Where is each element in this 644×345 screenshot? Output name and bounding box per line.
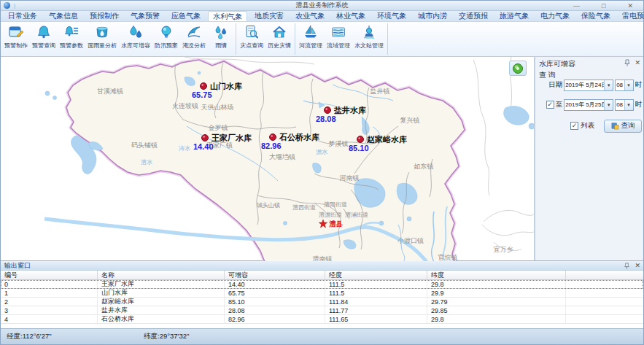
close-button[interactable]: ✕ — [627, 1, 633, 11]
toolbar-item-label: 灾点查询 — [240, 42, 263, 50]
dot-highlight — [359, 137, 360, 139]
map-locate-button[interactable] — [509, 61, 527, 76]
dot-highlight — [326, 108, 327, 109]
toolbar-item-label: 历史灾情 — [268, 42, 291, 50]
reservoir-name: 王家厂水库 — [211, 133, 252, 142]
list-checkbox[interactable]: ✓ — [570, 122, 578, 130]
table-cell: 石公桥水库 — [98, 315, 225, 323]
output-panel-title: 输出窗口 — [4, 261, 31, 271]
date-to-combo[interactable]: 2019年 5月25日 ▼ — [564, 99, 613, 111]
menu-tab-6-active[interactable]: 水利气象 — [208, 11, 247, 21]
output-grid: 编号名称可增容经度纬度 0王家厂水库14.40111.529.81山门水库65.… — [1, 271, 643, 328]
status-latitude: 纬度:29°37'32" — [144, 332, 189, 341]
menu-tab-2[interactable]: 气象信息 — [44, 11, 82, 21]
drops-button[interactable]: 水库可增容 — [119, 22, 152, 56]
column-header-3[interactable]: 可增容 — [225, 271, 325, 279]
table-row[interactable]: 3盐井水库28.08111.7729.85 — [1, 306, 643, 315]
menu-tab-8[interactable]: 农业气象 — [291, 11, 329, 21]
table-cell: 28.08 — [225, 306, 325, 314]
dot-highlight — [202, 84, 203, 85]
query-button-label: 查询 — [621, 121, 635, 131]
table-cell: 85.10 — [225, 298, 325, 306]
county-land — [66, 60, 465, 262]
minimize-button[interactable]: — — [573, 1, 580, 11]
toolbar-item-label: 河流管理 — [299, 42, 322, 50]
panel-close-icon[interactable]: ✕ — [635, 60, 640, 66]
toolbar-item-label: 水文站管理 — [354, 42, 384, 50]
toolbar-item-label: 预警查询 — [32, 42, 55, 50]
table-row[interactable]: 1山门水库65.75111.529.9 — [1, 289, 643, 298]
menu-tab-12[interactable]: 交通预报 — [454, 11, 492, 21]
table-cell: 王家厂水库 — [98, 280, 225, 288]
column-header-5[interactable]: 纬度 — [427, 271, 566, 279]
bell-list-icon — [63, 24, 79, 40]
pin-icon[interactable] — [624, 59, 631, 66]
toolbar-item-label: 淹没分析 — [182, 42, 206, 50]
map-area[interactable]: 澧水涔水澹水 甘溪滩镇火连坡镇天供山林场金罗镇盐井镇复兴镇码头铺镇王家厂镇大堰垱… — [1, 57, 535, 260]
table-row[interactable]: 0王家厂水库14.40111.529.8 — [1, 280, 643, 289]
column-header-2[interactable]: 名称 — [98, 271, 225, 279]
menu-tab-5[interactable]: 应急气象 — [167, 11, 205, 21]
rain-button[interactable]: 雨情 — [208, 22, 234, 56]
town-label: 火连坡镇 — [172, 102, 198, 109]
hour-to-value: 08 — [616, 100, 624, 110]
hour-to-combo[interactable]: 08 ▼ — [615, 99, 633, 111]
reservoir-value: 65.75 — [192, 90, 212, 99]
reservoir-dot-icon — [325, 107, 331, 114]
boat-icon — [303, 24, 319, 40]
table-cell: 29.8 — [427, 315, 566, 323]
date-from-combo[interactable]: 2019年 5月24日 ▼ — [564, 80, 613, 91]
bell-button[interactable]: 预警查询 — [30, 22, 58, 56]
app-window: | 澧县业务制作系统 — □ ✕ 日常业务气象信息预报制作气象预警应急气象水利气… — [0, 0, 644, 345]
waves-icon — [330, 24, 346, 40]
buoy-icon — [361, 24, 377, 40]
column-header-1[interactable]: 编号 — [1, 271, 98, 279]
reservoir-dot-icon — [357, 136, 364, 143]
menu-tab-11[interactable]: 城市内涝 — [414, 11, 451, 21]
menu-tab-15[interactable]: 保险气象 — [577, 11, 615, 21]
menu-tab-10[interactable]: 环境气象 — [373, 11, 411, 21]
menu-tab-1[interactable]: 日常业务 — [4, 11, 42, 21]
app-icon — [4, 2, 10, 9]
table-row[interactable]: 4石公桥水库82.96111.6529.8 — [1, 315, 643, 324]
wave-button[interactable]: 淹没分析 — [180, 22, 208, 56]
menu-tab-14[interactable]: 电力气象 — [536, 11, 574, 21]
chevron-down-icon: ▼ — [624, 100, 633, 110]
bulb-button[interactable]: 防汛预案 — [152, 22, 180, 56]
menu-tab-9[interactable]: 林业气象 — [332, 11, 370, 21]
table-cell: 111.5 — [325, 289, 427, 297]
doc-search-button[interactable]: 灾点查询 — [238, 22, 265, 56]
column-header-4[interactable]: 经度 — [325, 271, 427, 279]
to-checkbox[interactable]: ✓ — [546, 101, 554, 109]
buoy-button[interactable]: 水文站管理 — [352, 22, 386, 56]
title-bar: | 澧县业务制作系统 — □ ✕ — [1, 1, 643, 11]
menu-tab-7[interactable]: 地质灾害 — [250, 11, 288, 21]
town-label: 梦溪镇 — [329, 140, 349, 147]
hour-suffix: 时 — [635, 80, 643, 90]
river-label: 涔水 — [179, 145, 190, 152]
town-label: 城头山镇 — [256, 202, 280, 209]
county-map[interactable]: 澧水涔水澹水 甘溪滩镇火连坡镇天供山林场金罗镇盐井镇复兴镇码头铺镇王家厂镇大堰垱… — [1, 57, 534, 262]
menu-tab-4[interactable]: 气象预警 — [126, 11, 164, 21]
boat-button[interactable]: 河流管理 — [297, 22, 325, 56]
house-db-button[interactable]: 历史灾情 — [265, 22, 293, 56]
bell-list-button[interactable]: 预警参数 — [58, 22, 85, 56]
town-label: 澧阳街道 — [324, 201, 347, 208]
calendar-edit-button[interactable]: 预警制作 — [2, 22, 30, 56]
gauge-drop-button[interactable]: 面雨量分析 — [85, 22, 119, 56]
waves-button[interactable]: 流域管理 — [325, 22, 352, 56]
town-label: 澧西街道 — [292, 204, 316, 211]
menu-tab-16[interactable]: 雷电预警 — [618, 11, 644, 21]
menu-tab-3[interactable]: 预报制作 — [85, 11, 123, 21]
menu-tab-13[interactable]: 旅游气象 — [495, 11, 533, 21]
table-row[interactable]: 2赵家峪水库85.10111.8429.79 — [1, 298, 643, 306]
date-from-row: 日期 2019年 5月24日 ▼ 08 ▼ 时 — [540, 79, 642, 91]
maximize-button[interactable]: □ — [602, 1, 605, 11]
pin-icon[interactable] — [624, 263, 630, 269]
town-label: 复兴镇 — [400, 117, 420, 124]
panel-close-icon[interactable]: ✕ — [635, 263, 640, 269]
dot-highlight — [203, 136, 205, 137]
bell-icon — [36, 24, 52, 40]
query-button[interactable]: 查询 — [604, 120, 642, 133]
hour-from-combo[interactable]: 08 ▼ — [615, 80, 633, 91]
